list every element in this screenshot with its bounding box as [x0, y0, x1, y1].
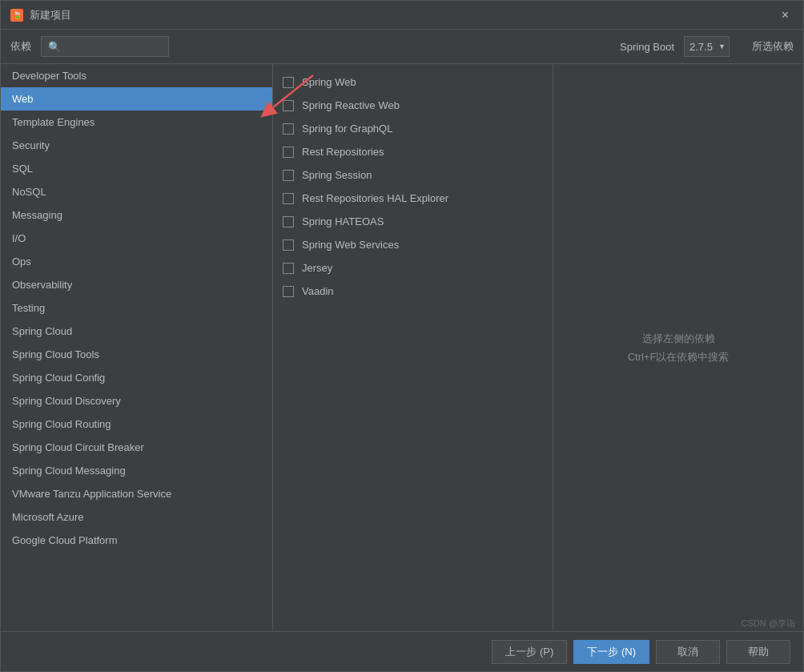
- dep-label-spring-session: Spring Session: [302, 169, 372, 181]
- sidebar-item-ops[interactable]: Ops: [1, 250, 272, 273]
- dep-label-rest-repositories-hal: Rest Repositories HAL Explorer: [302, 192, 448, 204]
- dep-label-jersey: Jersey: [302, 262, 332, 274]
- dep-checkbox-jersey[interactable]: [283, 263, 294, 274]
- dep-label-rest-repositories: Rest Repositories: [302, 146, 384, 158]
- sidebar-item-template-engines[interactable]: Template Engines: [1, 111, 272, 134]
- dep-checkbox-spring-web-services[interactable]: [283, 239, 294, 251]
- hint-text: 选择左侧的依赖 Ctrl+F以在依赖中搜索: [628, 329, 730, 367]
- dep-checkbox-spring-graphql[interactable]: [283, 123, 294, 135]
- dep-label-spring-web: Spring Web: [302, 76, 356, 88]
- dep-label-vaadin: Vaadin: [302, 285, 334, 297]
- selected-panel: 选择左侧的依赖 Ctrl+F以在依赖中搜索: [553, 64, 803, 631]
- main-content: 依赖 Spring Boot 2.7.5 所选依赖 Developer Tool…: [1, 30, 803, 631]
- sidebar-item-spring-cloud-messaging[interactable]: Spring Cloud Messaging: [1, 459, 272, 482]
- dep-label-spring-graphql: Spring for GraphQL: [302, 123, 392, 135]
- footer: 上一步 (P) 下一步 (N) 取消 帮助: [1, 631, 803, 671]
- spring-boot-select-wrapper: 2.7.5: [684, 36, 730, 57]
- dep-checkbox-vaadin[interactable]: [283, 286, 294, 297]
- sidebar-item-testing[interactable]: Testing: [1, 296, 272, 320]
- dep-checkbox-rest-repositories[interactable]: [283, 147, 294, 158]
- dep-item-spring-web-services[interactable]: Spring Web Services: [273, 233, 553, 256]
- next-button[interactable]: 下一步 (N): [573, 640, 649, 664]
- sidebar-item-spring-cloud-routing[interactable]: Spring Cloud Routing: [1, 412, 272, 436]
- dep-item-jersey[interactable]: Jersey: [273, 256, 553, 280]
- dep-item-vaadin[interactable]: Vaadin: [273, 280, 553, 303]
- dep-checkbox-spring-session[interactable]: [283, 170, 294, 181]
- sidebar-item-spring-cloud-circuit-breaker[interactable]: Spring Cloud Circuit Breaker: [1, 436, 272, 459]
- prev-button[interactable]: 上一步 (P): [492, 640, 567, 664]
- dep-item-spring-reactive-web[interactable]: Spring Reactive Web: [273, 94, 553, 117]
- dep-item-spring-session[interactable]: Spring Session: [273, 163, 553, 187]
- new-project-dialog: 🍃 新建项目 × 依赖 Spring Boot 2.7.5 所选依赖 Devel…: [0, 0, 804, 672]
- dep-item-spring-graphql[interactable]: Spring for GraphQL: [273, 117, 553, 140]
- search-input[interactable]: [41, 36, 169, 57]
- app-icon: 🍃: [10, 9, 23, 22]
- sidebar-item-spring-cloud-config[interactable]: Spring Cloud Config: [1, 366, 272, 389]
- sidebar-item-spring-cloud-tools[interactable]: Spring Cloud Tools: [1, 343, 272, 366]
- dep-checkbox-spring-hateoas[interactable]: [283, 216, 294, 227]
- selected-deps-label: 所选依赖: [752, 39, 794, 54]
- sidebar-item-sql[interactable]: SQL: [1, 157, 272, 180]
- dep-checkbox-rest-repositories-hal[interactable]: [283, 193, 294, 204]
- sidebar-item-security[interactable]: Security: [1, 134, 272, 157]
- watermark: CSDN @孪诣: [742, 618, 795, 630]
- cancel-button[interactable]: 取消: [656, 640, 720, 664]
- dep-item-rest-repositories[interactable]: Rest Repositories: [273, 140, 553, 163]
- dependency-panel: Spring WebSpring Reactive WebSpring for …: [273, 64, 553, 631]
- dep-label-spring-reactive-web: Spring Reactive Web: [302, 99, 400, 111]
- dep-label-spring-web-services: Spring Web Services: [302, 239, 399, 251]
- hint-line2: Ctrl+F以在依赖中搜索: [628, 348, 730, 366]
- help-button[interactable]: 帮助: [726, 640, 790, 664]
- dep-checkbox-spring-reactive-web[interactable]: [283, 100, 294, 111]
- sidebar-item-io[interactable]: I/O: [1, 227, 272, 250]
- dep-item-spring-hateoas[interactable]: Spring HATEOAS: [273, 210, 553, 233]
- top-bar: 依赖 Spring Boot 2.7.5 所选依赖: [1, 30, 803, 63]
- sidebar-item-spring-cloud[interactable]: Spring Cloud: [1, 320, 272, 343]
- sidebar-item-nosql[interactable]: NoSQL: [1, 180, 272, 203]
- sidebar-item-vmware-tanzu[interactable]: VMware Tanzu Application Service: [1, 482, 272, 505]
- content-area: Developer ToolsWebTemplate EnginesSecuri…: [1, 63, 803, 631]
- spring-boot-label: Spring Boot: [620, 41, 674, 53]
- hint-line1: 选择左侧的依赖: [628, 329, 730, 348]
- category-panel: Developer ToolsWebTemplate EnginesSecuri…: [1, 64, 273, 631]
- sidebar-item-microsoft-azure[interactable]: Microsoft Azure: [1, 505, 272, 529]
- dialog-title: 新建项目: [30, 8, 777, 22]
- sidebar-item-developer-tools[interactable]: Developer Tools: [1, 64, 272, 87]
- close-button[interactable]: ×: [777, 6, 794, 24]
- sidebar-item-observability[interactable]: Observability: [1, 273, 272, 296]
- dep-checkbox-spring-web[interactable]: [283, 77, 294, 88]
- sidebar-item-spring-cloud-discovery[interactable]: Spring Cloud Discovery: [1, 389, 272, 412]
- sidebar-item-web[interactable]: Web: [1, 87, 272, 111]
- sidebar-item-google-cloud[interactable]: Google Cloud Platform: [1, 529, 272, 552]
- deps-label: 依赖: [10, 39, 31, 54]
- spring-boot-version-select[interactable]: 2.7.5: [684, 36, 730, 57]
- sidebar-item-messaging[interactable]: Messaging: [1, 203, 272, 227]
- title-bar: 🍃 新建项目 ×: [1, 1, 803, 30]
- dep-item-rest-repositories-hal[interactable]: Rest Repositories HAL Explorer: [273, 187, 553, 210]
- dep-item-spring-web[interactable]: Spring Web: [273, 70, 553, 94]
- dep-label-spring-hateoas: Spring HATEOAS: [302, 215, 384, 227]
